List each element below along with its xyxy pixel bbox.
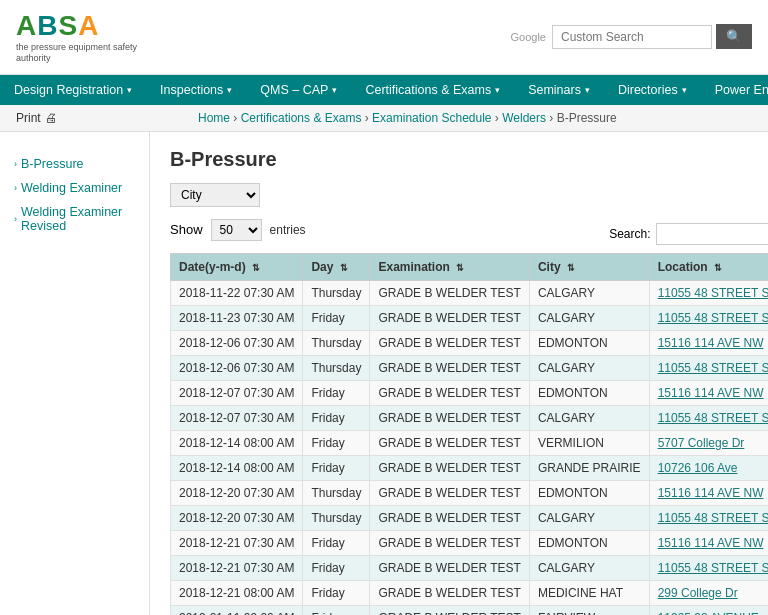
cell-location[interactable]: 11055 48 STREET SE	[649, 505, 768, 530]
logo-text: ABSA	[16, 10, 146, 42]
cell-exam: GRADE B WELDER TEST	[370, 430, 529, 455]
nav-inspections[interactable]: Inspections ▾	[146, 75, 246, 105]
breadcrumb-home[interactable]: Home	[198, 111, 230, 125]
cell-exam: GRADE B WELDER TEST	[370, 555, 529, 580]
cell-location[interactable]: 11055 48 STREET SE	[649, 405, 768, 430]
table-row: 2018-12-20 07:30 AM Thursday GRADE B WEL…	[171, 505, 769, 530]
cell-day: Thursday	[303, 355, 370, 380]
cell-city: EDMONTON	[529, 480, 649, 505]
breadcrumb-current: B-Pressure	[557, 111, 617, 125]
show-label: Show	[170, 222, 203, 237]
table-row: 2018-12-06 07:30 AM Thursday GRADE B WEL…	[171, 330, 769, 355]
cell-city: EDMONTON	[529, 380, 649, 405]
cell-exam: GRADE B WELDER TEST	[370, 280, 529, 305]
cell-date: 2018-12-07 07:30 AM	[171, 380, 303, 405]
data-table: Date(y-m-d) ⇅ Day ⇅ Examination ⇅ City ⇅…	[170, 253, 768, 615]
cell-city: EDMONTON	[529, 530, 649, 555]
sort-icon: ⇅	[714, 263, 722, 273]
cell-date: 2018-12-21 07:30 AM	[171, 555, 303, 580]
nav-arrow: ▾	[332, 85, 337, 95]
cell-date: 2018-11-22 07:30 AM	[171, 280, 303, 305]
col-header-city[interactable]: City ⇅	[529, 253, 649, 280]
sidebar-item-bpressure[interactable]: › B-Pressure	[10, 152, 139, 176]
col-header-location[interactable]: Location ⇅	[649, 253, 768, 280]
cell-location[interactable]: 10726 106 Ave	[649, 455, 768, 480]
show-select[interactable]: 50 10 25 100	[211, 219, 262, 241]
sidebar-label: B-Pressure	[21, 157, 84, 171]
cell-date: 2018-12-06 07:30 AM	[171, 330, 303, 355]
print-button[interactable]: Print 🖨	[16, 111, 57, 125]
cell-city: CALGARY	[529, 505, 649, 530]
breadcrumb-certifications[interactable]: Certifications & Exams	[241, 111, 362, 125]
cell-location[interactable]: 11055 48 STREET SE	[649, 355, 768, 380]
col-header-exam[interactable]: Examination ⇅	[370, 253, 529, 280]
table-row: 2019-01-11 09:00 AM Friday GRADE B WELDE…	[171, 605, 769, 615]
breadcrumb-exam-schedule[interactable]: Examination Schedule	[372, 111, 491, 125]
show-search-row: Show 50 10 25 100 entries Search:	[170, 215, 768, 245]
nav-arrow: ▾	[495, 85, 500, 95]
sort-icon: ⇅	[456, 263, 464, 273]
cell-exam: GRADE B WELDER TEST	[370, 480, 529, 505]
nav-design-registration[interactable]: Design Registration ▾	[0, 75, 146, 105]
breadcrumb: Home › Certifications & Exams › Examinat…	[63, 111, 752, 125]
search-area: Google 🔍	[511, 24, 752, 49]
cell-city: CALGARY	[529, 555, 649, 580]
table-row: 2018-11-22 07:30 AM Thursday GRADE B WEL…	[171, 280, 769, 305]
cell-date: 2018-12-21 08:00 AM	[171, 580, 303, 605]
cell-location[interactable]: 15116 114 AVE NW	[649, 530, 768, 555]
sidebar-arrow: ›	[14, 159, 17, 169]
logo: ABSA the pressure equipment safety autho…	[16, 10, 146, 64]
cell-location[interactable]: 11055 48 STREET SE	[649, 555, 768, 580]
print-label: Print	[16, 111, 41, 125]
cell-date: 2018-12-07 07:30 AM	[171, 405, 303, 430]
cell-location[interactable]: 11055 48 STREET SE	[649, 305, 768, 330]
nav-power-engineer[interactable]: Power Engineer/Inspector Login	[701, 75, 768, 105]
nav-label: QMS – CAP	[260, 83, 328, 97]
cell-location[interactable]: 15116 114 AVE NW	[649, 480, 768, 505]
cell-day: Friday	[303, 555, 370, 580]
nav-arrow: ▾	[585, 85, 590, 95]
table-row: 2018-12-14 08:00 AM Friday GRADE B WELDE…	[171, 455, 769, 480]
sort-icon: ⇅	[340, 263, 348, 273]
cell-location[interactable]: 15116 114 AVE NW	[649, 380, 768, 405]
nav-label: Certifications & Exams	[365, 83, 491, 97]
sidebar-label: Welding Examiner	[21, 181, 122, 195]
sidebar-arrow: ›	[14, 183, 17, 193]
table-body: 2018-11-22 07:30 AM Thursday GRADE B WEL…	[171, 280, 769, 615]
cell-location[interactable]: 299 College Dr	[649, 580, 768, 605]
cell-date: 2018-12-14 08:00 AM	[171, 430, 303, 455]
main-nav: Design Registration ▾ Inspections ▾ QMS …	[0, 75, 768, 105]
search-input[interactable]	[552, 25, 712, 49]
breadcrumb-welders[interactable]: Welders	[502, 111, 546, 125]
nav-certifications-exams[interactable]: Certifications & Exams ▾	[351, 75, 514, 105]
cell-day: Friday	[303, 530, 370, 555]
search-label: Search:	[609, 227, 650, 241]
cell-city: CALGARY	[529, 280, 649, 305]
cell-city: CALGARY	[529, 305, 649, 330]
cell-city: FAIRVIEW	[529, 605, 649, 615]
nav-label: Directories	[618, 83, 678, 97]
cell-exam: GRADE B WELDER TEST	[370, 605, 529, 615]
cell-date: 2018-12-21 07:30 AM	[171, 530, 303, 555]
cell-date: 2019-01-11 09:00 AM	[171, 605, 303, 615]
cell-location[interactable]: 5707 College Dr	[649, 430, 768, 455]
sidebar-item-welding-examiner[interactable]: › Welding Examiner	[10, 176, 139, 200]
nav-directories[interactable]: Directories ▾	[604, 75, 701, 105]
cell-location[interactable]: 11055 48 STREET SE	[649, 280, 768, 305]
page-header: ABSA the pressure equipment safety autho…	[0, 0, 768, 75]
city-select[interactable]: City Calgary Edmonton Vermilion Grande P…	[170, 183, 260, 207]
search-button[interactable]: 🔍	[716, 24, 752, 49]
col-header-date[interactable]: Date(y-m-d) ⇅	[171, 253, 303, 280]
cell-location[interactable]: 15116 114 AVE NW	[649, 330, 768, 355]
table-search-input[interactable]	[656, 223, 768, 245]
cell-city: MEDICINE HAT	[529, 580, 649, 605]
cell-day: Friday	[303, 305, 370, 330]
nav-qms-cap[interactable]: QMS – CAP ▾	[246, 75, 351, 105]
col-header-day[interactable]: Day ⇅	[303, 253, 370, 280]
cell-location[interactable]: 11235 98 AVENUE	[649, 605, 768, 615]
controls-top: City Calgary Edmonton Vermilion Grande P…	[170, 183, 768, 207]
sidebar-item-welding-examiner-revised[interactable]: › Welding Examiner Revised	[10, 200, 139, 238]
breadcrumb-sep: ›	[233, 111, 240, 125]
nav-seminars[interactable]: Seminars ▾	[514, 75, 604, 105]
logo-subtitle: the pressure equipment safety authority	[16, 42, 146, 64]
